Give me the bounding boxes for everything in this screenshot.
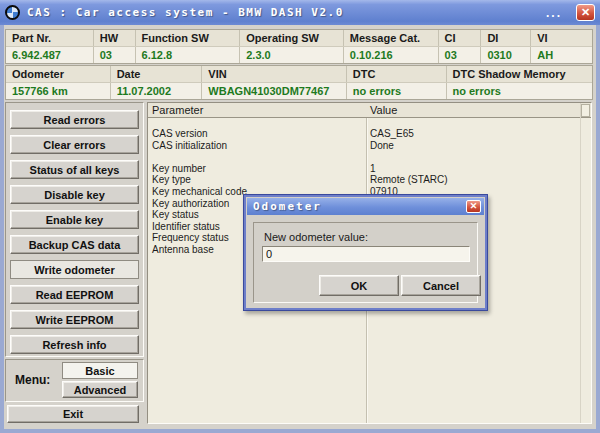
sidebar-button[interactable]: Clear errors — [10, 135, 139, 154]
info-value-cell: 6.12.8 — [136, 47, 241, 63]
parameter-row: Key number 1 — [148, 163, 591, 175]
info-header-cell: VI — [531, 30, 592, 46]
menu-mode-button[interactable]: Basic — [62, 362, 138, 379]
info-value-cell: 11.07.2002 — [111, 83, 203, 99]
dialog-title: Odometer — [253, 200, 466, 213]
dialog-close-icon[interactable]: ✕ — [466, 200, 481, 213]
sidebar-button[interactable]: Backup CAS data — [10, 235, 139, 254]
info-value-row-1: 6.942.487036.12.82.3.00.10.216030310AH — [6, 46, 592, 63]
info-value-cell: 2.3.0 — [240, 47, 344, 63]
info-header-row-2: OdometerDateVINDTCDTC Shadow Memory — [6, 66, 592, 82]
scrollbar-thumb[interactable] — [581, 104, 590, 117]
info-header-cell: Message Cat. — [344, 30, 439, 46]
parameter-row: CAS initialization Done — [148, 140, 591, 152]
info-header-row-1: Part Nr.HWFunction SWOperating SWMessage… — [6, 30, 592, 46]
sidebar-button[interactable]: Enable key — [10, 210, 139, 229]
parameter-row — [148, 151, 591, 163]
info-value-cell: no errors — [347, 83, 447, 99]
info-value-cell: 0310 — [481, 47, 531, 63]
sidebar: Read errorsClear errorsStatus of all key… — [5, 102, 144, 357]
info-value-cell: no errors — [447, 83, 593, 99]
parameter-row: CAS version CAS_E65 — [148, 128, 591, 140]
info-header-cell: DI — [481, 30, 531, 46]
parameter-value: Remote (STARC) — [366, 174, 448, 186]
parameter-column-header: Parameter — [152, 104, 203, 116]
sidebar-button[interactable]: Write EEPROM — [10, 310, 139, 329]
sidebar-button[interactable]: Read errors — [10, 110, 139, 129]
info-header-cell: DTC — [347, 66, 447, 82]
info-header-cell: CI — [439, 30, 482, 46]
parameter-value: 1 — [366, 163, 376, 175]
menu-mode-button[interactable]: Advanced — [62, 381, 138, 398]
sidebar-button[interactable]: Write odometer — [10, 260, 139, 279]
info-header-cell: Operating SW — [240, 30, 344, 46]
info-value-cell: 0.10.216 — [344, 47, 439, 63]
info-table-2: OdometerDateVINDTCDTC Shadow Memory 1577… — [5, 65, 593, 100]
sidebar-button[interactable]: Read EEPROM — [10, 285, 139, 304]
info-value-cell: 6.942.487 — [6, 47, 94, 63]
menu-label: Menu: — [15, 373, 50, 387]
info-header-cell: VIN — [202, 66, 347, 82]
info-header-cell: DTC Shadow Memory — [447, 66, 593, 82]
parameter-name: CAS initialization — [148, 140, 366, 152]
info-value-row-2: 157766 km11.07.2002WBAGN41030DM77467no e… — [6, 82, 592, 99]
parameter-name: Key type — [148, 174, 366, 186]
info-header-cell: Part Nr. — [6, 30, 94, 46]
sidebar-button[interactable]: Status of all keys — [10, 160, 139, 179]
sidebar-button[interactable]: Disable key — [10, 185, 139, 204]
parameter-value: Done — [366, 140, 394, 152]
new-odometer-label: New odometer value: — [264, 231, 368, 243]
parameter-table-header: Parameter Value — [148, 103, 591, 118]
window-title: CAS : Car access system - BMW DASH V2.0 — [27, 6, 344, 19]
info-header-cell: HW — [94, 30, 136, 46]
exit-button[interactable]: Exit — [7, 405, 139, 423]
dialog-title-bar: Odometer ✕ — [247, 198, 484, 215]
parameter-value — [366, 151, 370, 163]
bmw-logo-icon — [5, 5, 20, 20]
parameter-name — [148, 151, 366, 163]
value-column-header: Value — [370, 104, 397, 116]
parameter-value: CAS_E65 — [366, 128, 414, 140]
info-value-cell: AH — [531, 47, 592, 63]
more-button[interactable]: ... — [546, 6, 562, 20]
info-header-cell: Function SW — [136, 30, 241, 46]
parameter-row: Key type Remote (STARC) — [148, 174, 591, 186]
sidebar-button[interactable]: Refresh info — [10, 335, 139, 354]
app-window: CAS : Car access system - BMW DASH V2.0 … — [0, 0, 600, 433]
scrollbar-track[interactable] — [580, 103, 591, 423]
parameter-name: CAS version — [148, 128, 366, 140]
info-table-1: Part Nr.HWFunction SWOperating SWMessage… — [5, 29, 593, 64]
odometer-dialog: Odometer ✕ New odometer value: OK Cancel — [243, 194, 488, 311]
ok-button[interactable]: OK — [319, 275, 399, 296]
menu-buttons: BasicAdvanced — [62, 362, 138, 398]
info-value-cell: 157766 km — [6, 83, 111, 99]
info-header-cell: Odometer — [6, 66, 111, 82]
info-header-cell: Date — [111, 66, 203, 82]
parameter-name: Key number — [148, 163, 366, 175]
title-bar: CAS : Car access system - BMW DASH V2.0 … — [0, 0, 600, 25]
cancel-button[interactable]: Cancel — [401, 275, 481, 296]
odometer-value-input[interactable] — [262, 246, 470, 262]
menu-panel: Menu: BasicAdvanced — [5, 359, 144, 402]
info-value-cell: 03 — [94, 47, 136, 63]
info-value-cell: WBAGN41030DM77467 — [202, 83, 347, 99]
info-value-cell: 03 — [439, 47, 482, 63]
close-icon[interactable]: ✕ — [576, 4, 595, 21]
